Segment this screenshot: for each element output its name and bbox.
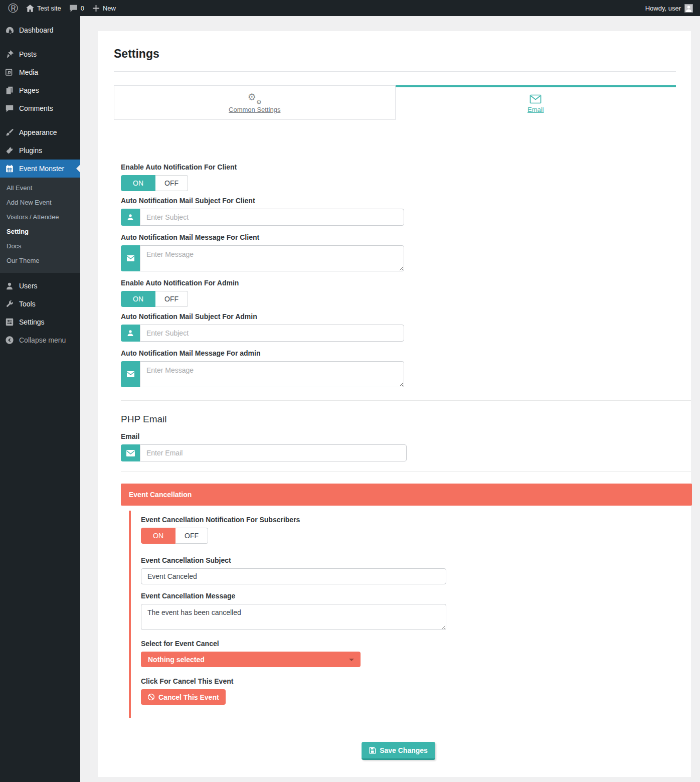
cancellation-notification-toggle: ON OFF bbox=[141, 528, 208, 544]
save-icon bbox=[369, 747, 376, 754]
site-name-link[interactable]: Test site bbox=[22, 0, 65, 16]
sidebar-item-appearance[interactable]: Appearance bbox=[0, 123, 80, 141]
admin-message-group bbox=[121, 361, 404, 387]
submenu-item-our-theme[interactable]: Our Theme bbox=[0, 253, 80, 268]
enable-client-label: Enable Auto Notification For Client bbox=[121, 163, 676, 171]
collapse-icon bbox=[5, 335, 15, 345]
sidebar-item-collapse-menu[interactable]: Collapse menu bbox=[0, 331, 80, 349]
cancel-this-event-button[interactable]: Cancel This Event bbox=[141, 689, 226, 705]
sidebar-label: Pages bbox=[19, 86, 39, 94]
event-cancellation-body: Event Cancellation Notification For Subs… bbox=[129, 511, 676, 718]
php-email-label: Email bbox=[121, 432, 676, 440]
tab-label: Email bbox=[528, 106, 544, 113]
cancellation-message-textarea[interactable]: The event has been cancelled bbox=[141, 604, 446, 630]
event-cancellation-header: Event Cancellation bbox=[121, 484, 692, 506]
click-cancel-label: Click For Cancel This Event bbox=[141, 677, 676, 685]
home-icon bbox=[26, 5, 34, 12]
admin-message-textarea[interactable] bbox=[140, 361, 404, 387]
comments-count: 0 bbox=[81, 5, 84, 12]
new-label: New bbox=[103, 5, 116, 12]
client-subject-input[interactable] bbox=[140, 209, 404, 226]
php-email-input[interactable] bbox=[140, 444, 407, 461]
wordpress-logo-menu[interactable]: Ⓡ bbox=[4, 0, 22, 16]
client-message-textarea[interactable] bbox=[140, 245, 404, 271]
admin-content: Settings ⚙⚙ Common Settings Email Enable… bbox=[80, 16, 700, 782]
envelope-icon bbox=[121, 444, 140, 461]
admin-sidebar: Dashboard Posts Media Pages Comments bbox=[0, 16, 80, 782]
sidebar-label: Users bbox=[19, 282, 38, 290]
pages-icon bbox=[5, 85, 15, 95]
tab-email[interactable]: Email bbox=[396, 85, 676, 120]
plugin-icon bbox=[5, 145, 15, 155]
sidebar-item-settings[interactable]: Settings bbox=[0, 313, 80, 331]
sidebar-item-event-monster[interactable]: Event Monster bbox=[0, 160, 80, 178]
event-cancel-select[interactable]: Nothing selected bbox=[141, 652, 361, 667]
admin-subject-label: Auto Notification Mail Subject For Admin bbox=[121, 312, 676, 321]
submenu-item-docs[interactable]: Docs bbox=[0, 239, 80, 253]
cancellation-message-label: Event Cancellation Message bbox=[141, 592, 676, 600]
submenu-item-visitors-attendee[interactable]: Visitors / Attendee bbox=[0, 210, 80, 224]
admin-subject-input[interactable] bbox=[140, 325, 404, 342]
submenu-item-add-new-event[interactable]: Add New Event bbox=[0, 195, 80, 210]
sidebar-label: Event Monster bbox=[19, 165, 64, 173]
comment-icon bbox=[5, 103, 15, 113]
page-title: Settings bbox=[114, 47, 676, 61]
howdy-user-label[interactable]: Howdy, user bbox=[645, 5, 681, 12]
site-name-label: Test site bbox=[37, 5, 61, 12]
sidebar-label: Posts bbox=[19, 50, 37, 58]
sidebar-label: Settings bbox=[19, 318, 45, 326]
save-row: Save Changes bbox=[121, 742, 676, 760]
sidebar-item-media[interactable]: Media bbox=[0, 63, 80, 81]
sidebar-item-plugins[interactable]: Plugins bbox=[0, 141, 80, 160]
sidebar-label: Dashboard bbox=[19, 26, 54, 34]
envelope-icon bbox=[530, 94, 542, 104]
client-notification-toggle: ON OFF bbox=[121, 175, 188, 191]
sidebar-label: Collapse menu bbox=[19, 336, 66, 344]
sidebar-item-dashboard[interactable]: Dashboard bbox=[0, 21, 80, 39]
chevron-down-icon bbox=[349, 659, 354, 661]
toggle-off-button[interactable]: OFF bbox=[155, 291, 188, 307]
pushpin-icon bbox=[5, 49, 15, 59]
toggle-on-button[interactable]: ON bbox=[121, 291, 155, 307]
cancellation-subject-input[interactable] bbox=[141, 568, 446, 584]
toggle-off-button[interactable]: OFF bbox=[155, 175, 188, 191]
dashboard-icon bbox=[5, 25, 15, 35]
new-content-menu[interactable]: New bbox=[88, 0, 120, 16]
user-avatar[interactable] bbox=[684, 4, 693, 13]
admin-subject-group bbox=[121, 325, 404, 342]
submenu-item-setting[interactable]: Setting bbox=[0, 224, 80, 239]
ban-icon bbox=[147, 693, 155, 701]
toggle-on-button[interactable]: ON bbox=[141, 528, 176, 544]
admin-notification-toggle: ON OFF bbox=[121, 291, 188, 307]
sidebar-item-posts[interactable]: Posts bbox=[0, 45, 80, 63]
wordpress-logo-icon: Ⓡ bbox=[8, 3, 18, 13]
person-icon bbox=[121, 325, 140, 342]
enable-admin-label: Enable Auto Notification For Admin bbox=[121, 279, 676, 287]
gears-icon: ⚙⚙ bbox=[248, 92, 262, 104]
settings-tabs: ⚙⚙ Common Settings Email bbox=[114, 85, 676, 120]
tab-common-settings[interactable]: ⚙⚙ Common Settings bbox=[114, 85, 396, 120]
sidebar-label: Comments bbox=[19, 104, 53, 112]
toggle-on-button[interactable]: ON bbox=[121, 175, 155, 191]
comment-bubble-icon bbox=[69, 5, 78, 12]
sidebar-item-users[interactable]: Users bbox=[0, 277, 80, 295]
save-button-label: Save Changes bbox=[380, 746, 428, 754]
envelope-icon bbox=[121, 361, 140, 387]
cancel-button-label: Cancel This Event bbox=[158, 693, 219, 701]
admin-bar: Ⓡ Test site 0 New Howdy, user bbox=[0, 0, 700, 16]
media-icon bbox=[5, 67, 15, 77]
sidebar-item-tools[interactable]: Tools bbox=[0, 295, 80, 313]
save-changes-button[interactable]: Save Changes bbox=[362, 742, 435, 760]
tools-icon bbox=[5, 299, 15, 309]
cancellation-subject-label: Event Cancellation Subject bbox=[141, 556, 676, 564]
sidebar-item-comments[interactable]: Comments bbox=[0, 99, 80, 117]
toggle-off-button[interactable]: OFF bbox=[176, 528, 208, 544]
envelope-icon bbox=[121, 245, 140, 271]
client-subject-label: Auto Notification Mail Subject For Clien… bbox=[121, 197, 676, 205]
submenu-item-all-event[interactable]: All Event bbox=[0, 181, 80, 195]
settings-card: Settings ⚙⚙ Common Settings Email Enable… bbox=[98, 31, 691, 777]
tab-label: Common Settings bbox=[229, 106, 280, 113]
sidebar-item-pages[interactable]: Pages bbox=[0, 81, 80, 99]
comments-admin-bar[interactable]: 0 bbox=[65, 0, 88, 16]
sidebar-label: Tools bbox=[19, 300, 36, 308]
